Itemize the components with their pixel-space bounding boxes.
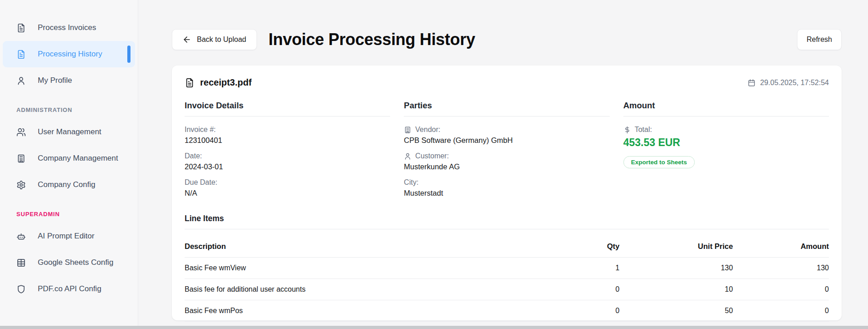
sidebar-item-label: PDF.co API Config: [38, 284, 101, 294]
sidebar-item-process-invoices[interactable]: Process Invoices: [0, 15, 138, 41]
invoice-details-section: Invoice Details Invoice #:123100401Date:…: [185, 101, 390, 197]
users-icon: [16, 127, 26, 137]
sidebar-item-my-profile[interactable]: My Profile: [0, 67, 138, 94]
sidebar-item-label: User Management: [38, 127, 101, 137]
parties-title: Parties: [404, 101, 609, 116]
total-field: Total: 453.53 EUR Exported to Sheets: [623, 126, 829, 168]
exported-to-sheets-badge: Exported to Sheets: [623, 156, 695, 168]
sidebar-item-user-management[interactable]: User Management: [0, 119, 138, 145]
file-row: receipt3.pdf 29.05.2025, 17:52:54: [185, 77, 829, 88]
invoice-card: receipt3.pdf 29.05.2025, 17:52:54 Invoic…: [172, 66, 842, 320]
cell-amount: 0: [733, 279, 829, 300]
cell-unit-price: 50: [619, 300, 733, 322]
column-header-amount: Amount: [733, 237, 829, 258]
field-value: 2024-03-01: [185, 162, 390, 171]
info-grid: Invoice Details Invoice #:123100401Date:…: [185, 101, 829, 197]
table-header-row: DescriptionQtyUnit PriceAmount: [185, 237, 829, 258]
user-icon: [16, 76, 26, 86]
sidebar-item-label: Company Management: [38, 154, 118, 163]
field-value: Musterstadt: [404, 189, 609, 197]
timestamp-text: 29.05.2025, 17:52:54: [760, 79, 829, 87]
gear-icon: [16, 180, 26, 190]
sidebar-item-processing-history[interactable]: Processing History: [3, 41, 135, 67]
field-value: 123100401: [185, 136, 390, 145]
cell-unit-price: 130: [619, 258, 733, 279]
cell-amount: 0: [733, 300, 829, 322]
amount-section: Amount Total: 453.53 EUR Exported to She…: [623, 101, 829, 197]
field-value: Musterkunde AG: [404, 162, 609, 171]
processed-timestamp: 29.05.2025, 17:52:54: [748, 79, 829, 87]
field-vendor: Vendor:CPB Software (Germany) GmbH: [404, 126, 609, 145]
user-icon: [404, 152, 411, 160]
sidebar-item-label: My Profile: [38, 76, 72, 85]
table-body: Basic Fee wmView1130130Basis fee for add…: [185, 258, 829, 322]
filename: receipt3.pdf: [200, 77, 251, 88]
invoice-details-title: Invoice Details: [185, 101, 390, 116]
sidebar-item-google-sheets-config[interactable]: Google Sheets Config: [0, 249, 138, 276]
document-icon: [185, 78, 195, 88]
table-row: Basic Fee wmPos0500: [185, 300, 829, 322]
field-label: Invoice #:: [185, 126, 390, 134]
sidebar-item-company-config[interactable]: Company Config: [0, 172, 138, 198]
cell-description: Basis fee for additional user accounts: [185, 279, 507, 300]
total-label-text: Total:: [635, 126, 652, 134]
invoice-details-fields: Invoice #:123100401Date:2024-03-01Due Da…: [185, 126, 390, 197]
refresh-button[interactable]: Refresh: [797, 29, 842, 50]
field-label: Customer:: [404, 152, 609, 160]
field-value: N/A: [185, 189, 390, 197]
field-label: City:: [404, 178, 609, 187]
shield-icon: [16, 284, 26, 294]
sidebar: Process InvoicesProcessing HistoryMy Pro…: [0, 0, 138, 329]
cell-description: Basic Fee wmView: [185, 258, 507, 279]
cell-qty: 1: [507, 258, 620, 279]
horizontal-scrollbar[interactable]: [0, 326, 868, 329]
field-due-date: Due Date:N/A: [185, 178, 390, 197]
calendar-icon: [748, 79, 756, 87]
field-label: Due Date:: [185, 178, 390, 187]
field-city: City:Musterstadt: [404, 178, 609, 197]
column-header-unit-price: Unit Price: [619, 237, 733, 258]
line-items-section: Line Items DescriptionQtyUnit PriceAmoun…: [185, 214, 829, 322]
sidebar-item-label: Company Config: [38, 180, 95, 189]
building-icon: [16, 154, 26, 163]
cell-description: Basic Fee wmPos: [185, 300, 507, 322]
total-value: 453.53 EUR: [623, 137, 829, 149]
section-label-superadmin: SUPERADMIN: [0, 198, 138, 223]
sidebar-item-company-management[interactable]: Company Management: [0, 145, 138, 172]
field-label: Date:: [185, 152, 390, 160]
sidebar-item-label: Processing History: [38, 50, 102, 59]
cell-unit-price: 10: [619, 279, 733, 300]
sidebar-item-label: Google Sheets Config: [38, 258, 113, 267]
amount-title: Amount: [623, 101, 829, 116]
back-button-label: Back to Upload: [197, 35, 246, 44]
column-header-qty: Qty: [507, 237, 620, 258]
field-invoice: Invoice #:123100401: [185, 126, 390, 145]
back-to-upload-button[interactable]: Back to Upload: [172, 29, 257, 50]
sidebar-item-pdf-co-api-config[interactable]: PDF.co API Config: [0, 276, 138, 302]
file-title: receipt3.pdf: [185, 77, 251, 88]
line-items-table: DescriptionQtyUnit PriceAmount Basic Fee…: [185, 237, 829, 322]
cell-qty: 0: [507, 279, 620, 300]
table-row: Basis fee for additional user accounts01…: [185, 279, 829, 300]
building-icon: [404, 126, 411, 134]
main-content: Back to Upload Invoice Processing Histor…: [138, 0, 868, 329]
field-date: Date:2024-03-01: [185, 152, 390, 171]
refresh-button-label: Refresh: [807, 35, 832, 44]
parties-fields: Vendor:CPB Software (Germany) GmbHCustom…: [404, 126, 609, 197]
field-value: CPB Software (Germany) GmbH: [404, 136, 609, 145]
dollar-icon: [623, 126, 631, 134]
sidebar-item-label: AI Prompt Editor: [38, 232, 95, 241]
table-icon: [16, 258, 26, 268]
file-text-icon: [16, 23, 26, 33]
table-row: Basic Fee wmView1130130: [185, 258, 829, 279]
section-label-administration: ADMINISTRATION: [0, 94, 138, 119]
cell-amount: 130: [733, 258, 829, 279]
parties-section: Parties Vendor:CPB Software (Germany) Gm…: [404, 101, 609, 197]
sidebar-item-ai-prompt-editor[interactable]: AI Prompt Editor: [0, 223, 138, 249]
total-label: Total:: [623, 126, 829, 134]
file-text-icon: [16, 50, 26, 59]
sidebar-item-label: Process Invoices: [38, 23, 96, 32]
field-label: Vendor:: [404, 126, 609, 134]
column-header-description: Description: [185, 237, 507, 258]
sidebar-nav: Process InvoicesProcessing HistoryMy Pro…: [0, 15, 138, 302]
